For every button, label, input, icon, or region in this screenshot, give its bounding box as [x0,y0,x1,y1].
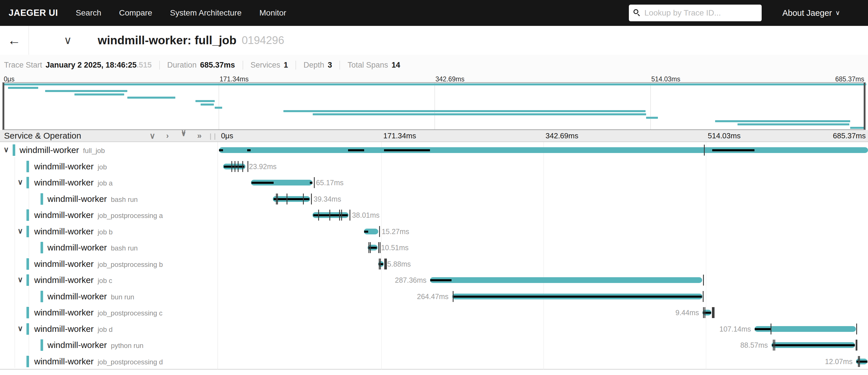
span-row[interactable]: windmill-workerjob_postprocessing b5.88m… [0,256,868,272]
span-operation-name: job b [98,228,113,236]
span-service-color-bar [40,291,43,302]
timeline-tick-label: 342.69ms [546,130,578,142]
trace-id-search-input[interactable]: Lookup by Trace ID... [629,5,762,21]
nav-item-search[interactable]: Search [76,8,101,18]
span-log-tick [276,194,277,204]
summary-label: Depth [304,61,324,69]
span-log-tick [314,177,315,188]
span-row[interactable]: ∨windmill-workerjob a65.17ms [0,175,868,191]
minimap-tick-label: 514.03ms [651,75,680,83]
span-log-tick [858,356,859,367]
span-service-name[interactable]: windmill-workerbash run [48,194,138,204]
minimap-tick-label: 342.69ms [435,75,464,83]
span-log-tick [318,210,319,221]
span-operation-name: full_job [83,147,105,154]
span-critical-path-segment [348,149,364,151]
minimap-span-bar [738,123,849,125]
span-duration-label: 23.92ms [249,163,277,171]
about-jaeger-menu[interactable]: About Jaeger ∨ [782,0,840,26]
span-service-name[interactable]: windmill-workerjob_postprocessing b [34,259,163,269]
span-service-name[interactable]: windmill-workerjob_postprocessing a [34,210,163,220]
span-row[interactable]: ∨windmill-workerjob c287.36ms [0,272,868,288]
minimap-gridline [650,83,651,129]
span-service-color-bar [26,356,29,367]
expand-one-icon[interactable]: › [166,130,169,142]
minimap-left-scrubber-handle[interactable] [3,83,4,129]
span-operation-name: job_postprocessing a [98,212,163,220]
minimap-right-scrubber-handle[interactable] [864,83,865,129]
span-log-tick [311,194,312,204]
span-collapse-chevron-icon[interactable]: ∨ [18,275,23,284]
span-critical-path-segment [712,149,754,151]
span-row[interactable]: windmill-workerjob23.92ms [0,158,868,175]
span-row[interactable]: ∨windmill-workerjob b15.27ms [0,224,868,240]
span-collapse-chevron-icon[interactable]: ∨ [18,324,23,333]
span-collapse-chevron-icon[interactable]: ∨ [3,145,9,154]
span-duration-label: 5.88ms [387,260,411,268]
span-duration-bar[interactable] [219,147,868,153]
span-log-tick [370,242,371,253]
span-service-name[interactable]: windmill-workerjob_postprocessing d [34,356,163,366]
span-row[interactable]: windmill-workerjob_postprocessing a38.01… [0,207,868,224]
span-critical-path-segment [453,296,702,298]
span-service-name[interactable]: windmill-workerjob_postprocessing c [34,308,162,317]
back-button[interactable]: ← [0,26,29,55]
span-critical-path-segment [384,149,430,151]
span-operation-name: bash run [111,196,138,203]
span-service-name[interactable]: windmill-workerpython run [48,340,144,350]
nav-item-system-architecture[interactable]: System Architecture [170,8,242,18]
span-row[interactable]: windmill-workerpython run88.57ms [0,337,868,353]
minimap-span-bar [283,110,646,112]
summary-item-services: Services1 [243,61,296,69]
span-row[interactable]: ∨windmill-workerjob d107.14ms [0,321,868,337]
span-log-tick [859,356,860,367]
summary-value: 685.37ms [200,61,235,69]
span-row[interactable]: windmill-workerjob_postprocessing c9.44m… [0,305,868,321]
span-service-name[interactable]: windmill-workerjob c [34,275,112,285]
span-service-name[interactable]: windmill-workerfull_job [20,145,105,155]
span-log-tick [857,340,857,351]
span-collapse-chevron-icon[interactable]: ∨ [18,227,23,235]
span-critical-path-segment [224,166,244,168]
collapse-trace-details-chevron[interactable]: ∨ [64,26,72,55]
span-service-color-bar [26,307,29,318]
timeline-column-header: Service & Operation ∨ › ∨∨ » 0μs171.34ms… [0,130,868,142]
collapse-all-icon[interactable]: ∨∨ [181,130,186,142]
span-row[interactable]: ∨windmill-workerfull_job [0,142,868,158]
span-operation-name: job_postprocessing d [98,358,163,366]
span-row[interactable]: windmill-workerbash run39.34ms [0,191,868,207]
span-service-name[interactable]: windmill-workerjob d [34,324,113,334]
timeline-minimap[interactable] [2,82,866,130]
nav-item-compare[interactable]: Compare [119,8,152,18]
span-service-name[interactable]: windmill-workerbun run [48,292,134,301]
collapse-one-icon[interactable]: ∨ [150,130,155,142]
span-log-tick [773,340,774,351]
span-row[interactable]: windmill-workerbun run264.47ms [0,288,868,305]
minimap-span-bar [45,90,127,92]
span-service-name[interactable]: windmill-workerbash run [48,243,138,253]
jaeger-logo[interactable]: JAEGER UI [9,8,58,18]
about-jaeger-label: About Jaeger [782,8,832,18]
span-service-name[interactable]: windmill-workerjob b [34,227,113,236]
span-service-name[interactable]: windmill-workerjob a [34,178,113,188]
span-row[interactable]: windmill-workerjob_postprocessing d12.07… [0,353,868,370]
span-operation-name: job d [98,325,113,333]
minimap-tick-label: 0μs [4,75,15,83]
expand-all-icon[interactable]: » [197,130,202,142]
span-operation-name: job [98,163,107,171]
minimap-span-bar [850,127,865,129]
span-service-color-bar [26,209,29,221]
span-duration-bar[interactable] [430,277,702,283]
span-log-tick [703,275,704,286]
nav-item-monitor[interactable]: Monitor [259,8,286,18]
minimap-span-bar [200,104,214,106]
column-resizer-handle[interactable] [210,134,215,140]
span-service-name[interactable]: windmill-workerjob [34,162,107,171]
span-operation-name: bun run [111,293,134,301]
span-log-tick [379,259,380,269]
span-service-color-bar [26,161,29,172]
chevron-down-icon: ∨ [836,9,840,17]
span-collapse-chevron-icon[interactable]: ∨ [18,178,23,186]
span-row[interactable]: windmill-workerbash run10.51ms [0,239,868,256]
span-critical-path-segment [364,231,368,233]
